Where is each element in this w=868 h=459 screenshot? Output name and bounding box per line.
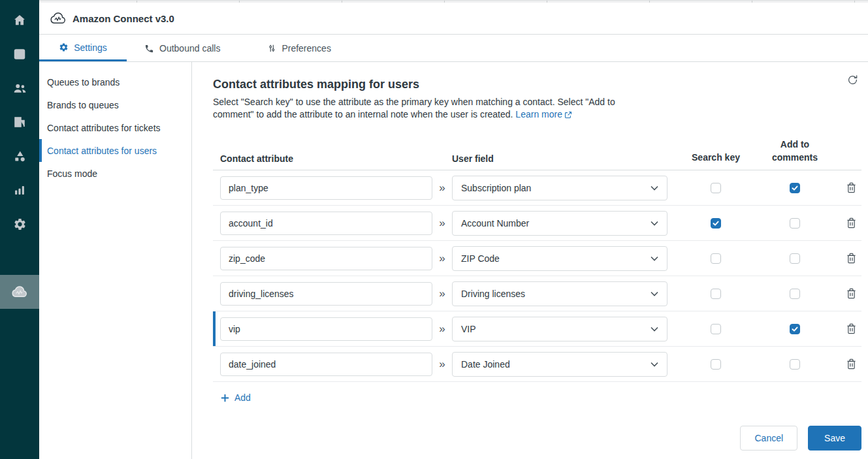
delete-row-trash-icon[interactable] xyxy=(846,358,856,370)
search-key-checkbox[interactable] xyxy=(711,289,721,299)
add-to-comments-checkbox[interactable] xyxy=(790,253,800,264)
maps-to-chevrons-icon: » xyxy=(432,323,452,336)
nav-item-focus-mode[interactable]: Focus mode xyxy=(39,162,191,185)
add-to-comments-checkbox[interactable] xyxy=(790,359,800,370)
chevron-down-icon xyxy=(651,185,658,191)
app-header: Amazon Connect v3.0 xyxy=(39,3,868,35)
nav-item-contact-attributes-for-users[interactable]: Contact attributes for users xyxy=(39,139,191,162)
delete-row-trash-icon[interactable] xyxy=(846,253,856,264)
plus-icon xyxy=(220,393,230,403)
add-row-label: Add xyxy=(234,392,251,403)
tab-preferences-label: Preferences xyxy=(281,43,330,54)
chevron-down-icon xyxy=(651,362,658,367)
tickets-icon[interactable] xyxy=(0,37,39,71)
user-field-selected-value: Date Joined xyxy=(461,359,510,370)
contact-attribute-input[interactable] xyxy=(220,212,432,235)
settings-subnav: Queues to brands Brands to queues Contac… xyxy=(39,62,192,459)
amazon-connect-logo-icon xyxy=(50,11,67,25)
search-key-checkbox[interactable] xyxy=(711,183,721,193)
organizations-icon[interactable] xyxy=(0,105,39,139)
user-field-select[interactable]: Account Number xyxy=(452,211,667,236)
user-field-select[interactable]: Subscription plan xyxy=(452,176,667,200)
table-row: » Date Joined xyxy=(213,347,861,382)
mapping-table: Contact attribute User field Search key … xyxy=(213,138,861,382)
search-key-checkbox[interactable] xyxy=(711,253,721,264)
user-field-selected-value: VIP xyxy=(461,324,476,334)
tab-outbound-calls-label: Outbound calls xyxy=(159,43,220,54)
check-icon xyxy=(792,185,798,191)
user-field-select[interactable]: Date Joined xyxy=(452,352,667,377)
home-icon[interactable] xyxy=(0,3,39,37)
user-field-select[interactable]: ZIP Code xyxy=(452,246,667,271)
maps-to-chevrons-icon: » xyxy=(432,252,452,265)
cancel-button[interactable]: Cancel xyxy=(740,426,797,451)
add-to-comments-checkbox[interactable] xyxy=(790,218,800,229)
chevron-down-icon xyxy=(651,291,658,296)
refresh-icon[interactable] xyxy=(846,74,859,86)
delete-row-trash-icon[interactable] xyxy=(846,217,856,229)
contact-attribute-input[interactable] xyxy=(220,282,432,306)
user-field-selected-value: Driving licenses xyxy=(461,289,525,299)
chevron-down-icon xyxy=(651,326,658,332)
tab-bar: Settings Outbound calls Preferences xyxy=(39,35,868,62)
objects-icon[interactable] xyxy=(0,139,39,173)
add-to-comments-checkbox[interactable] xyxy=(790,289,800,299)
tab-settings-label: Settings xyxy=(74,42,107,53)
contact-attribute-input[interactable] xyxy=(220,317,432,341)
nav-item-brands-to-queues[interactable]: Brands to queues xyxy=(39,93,191,116)
maps-to-chevrons-icon: » xyxy=(432,217,452,230)
amazon-connect-app-icon[interactable] xyxy=(0,275,39,309)
page-title: Contact attributes mapping for users xyxy=(213,76,861,92)
app-sidebar xyxy=(0,0,39,459)
tab-outbound-calls[interactable]: Outbound calls xyxy=(135,35,229,61)
user-field-selected-value: Subscription plan xyxy=(461,183,531,193)
add-to-comments-checkbox[interactable] xyxy=(790,324,800,334)
delete-row-trash-icon[interactable] xyxy=(846,288,856,299)
search-key-checkbox[interactable] xyxy=(711,359,721,370)
save-button[interactable]: Save xyxy=(808,426,861,451)
maps-to-chevrons-icon: » xyxy=(432,287,452,300)
contact-attribute-input[interactable] xyxy=(220,176,432,200)
table-body: » Subscription plan » Account Number xyxy=(213,170,861,382)
customers-icon[interactable] xyxy=(0,71,39,105)
admin-gear-icon[interactable] xyxy=(0,207,39,241)
table-row: » Subscription plan xyxy=(213,170,861,206)
table-row: » ZIP Code xyxy=(213,241,861,276)
tab-preferences[interactable]: Preferences xyxy=(258,35,340,61)
reporting-icon[interactable] xyxy=(0,173,39,207)
header-user-field: User field xyxy=(452,153,667,164)
footer-actions: Cancel Save xyxy=(740,426,861,451)
maps-to-chevrons-icon: » xyxy=(432,182,452,195)
check-icon xyxy=(713,220,719,227)
app-title: Amazon Connect v3.0 xyxy=(72,13,174,24)
external-link-icon xyxy=(564,111,572,119)
contact-attribute-input[interactable] xyxy=(220,353,432,376)
search-key-checkbox[interactable] xyxy=(711,218,721,229)
learn-more-link[interactable]: Learn more xyxy=(515,109,572,119)
header-add-to-comments: Add to comments xyxy=(764,138,826,164)
table-header-row: Contact attribute User field Search key … xyxy=(213,138,861,170)
delete-row-trash-icon[interactable] xyxy=(846,323,856,334)
add-to-comments-checkbox[interactable] xyxy=(790,183,800,193)
search-key-checkbox[interactable] xyxy=(711,324,721,334)
delete-row-trash-icon[interactable] xyxy=(846,182,856,193)
table-row: » VIP xyxy=(213,311,861,347)
tab-settings[interactable]: Settings xyxy=(39,35,127,61)
check-icon xyxy=(792,326,798,332)
chevron-down-icon xyxy=(651,221,658,226)
user-field-select[interactable]: VIP xyxy=(452,317,667,341)
page-description: Select "Search key" to use the attribute… xyxy=(213,96,639,121)
maps-to-chevrons-icon: » xyxy=(432,358,452,371)
table-row: » Account Number xyxy=(213,206,861,241)
user-field-selected-value: Account Number xyxy=(461,218,529,229)
header-search-key: Search key xyxy=(667,151,764,164)
add-row-button[interactable]: Add xyxy=(220,392,251,403)
contact-attribute-input[interactable] xyxy=(220,247,432,270)
user-field-selected-value: ZIP Code xyxy=(461,253,500,264)
table-row: » Driving licenses xyxy=(213,276,861,311)
nav-item-queues-to-brands[interactable]: Queues to brands xyxy=(39,71,191,93)
header-contact-attribute: Contact attribute xyxy=(220,153,432,164)
main-content: Contact attributes mapping for users Sel… xyxy=(192,62,868,459)
user-field-select[interactable]: Driving licenses xyxy=(452,281,667,306)
nav-item-contact-attributes-for-tickets[interactable]: Contact attributes for tickets xyxy=(39,116,191,139)
